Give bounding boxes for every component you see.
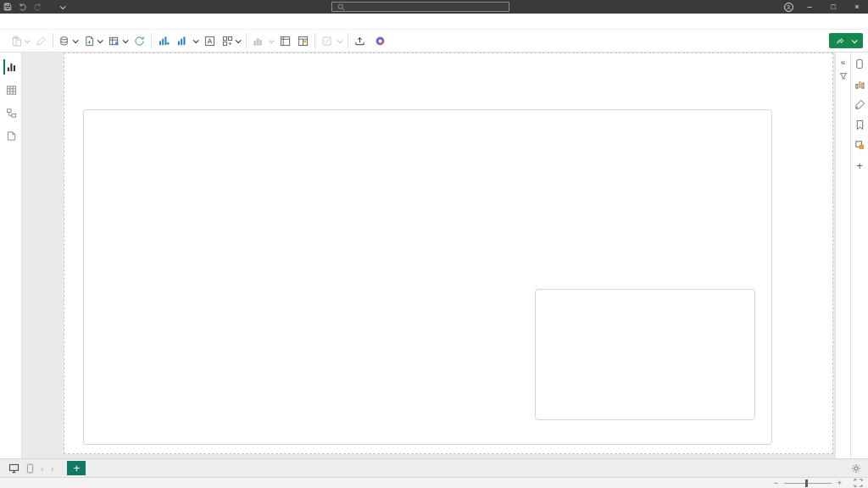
report-view-icon[interactable] [3,59,19,75]
zoom-out-button[interactable]: − [773,479,777,487]
save-icon[interactable] [3,3,12,11]
add-pane-icon[interactable]: + [854,159,866,172]
fit-to-page-icon[interactable] [854,479,863,487]
zoom-slider[interactable] [784,483,832,484]
view-switcher-rail [0,53,22,458]
minimize-button[interactable]: – [802,3,817,11]
quick-measure-button[interactable] [298,36,309,47]
refresh-button[interactable] [134,36,145,47]
business-unit-chart-card [535,289,755,420]
redo-icon[interactable] [33,3,42,11]
onelake-data-hub-button[interactable] [84,36,102,47]
table-view-icon[interactable] [3,82,19,97]
search-icon [337,3,345,11]
business-unit-chart-xaxis [585,402,731,413]
report-canvas [22,53,835,458]
document-title[interactable] [53,5,64,9]
text-box-button[interactable] [204,36,215,47]
mobile-layout-icon[interactable] [26,463,34,474]
title-bar: – □ × [0,0,868,14]
prev-page-icon[interactable]: ‹ [41,463,44,474]
selection-pane-icon[interactable] [854,139,866,152]
ribbon-toolbar [0,30,868,53]
filters-pane-collapsed: « [835,53,850,458]
model-view-icon[interactable] [3,105,19,120]
get-data-button[interactable] [59,36,77,47]
sensitivity-button[interactable] [321,36,342,47]
panes-rail: + [850,53,868,458]
more-visuals-button[interactable] [222,36,240,47]
format-painter-button[interactable] [36,36,47,47]
page-tab-bar: ‹ › + [0,458,868,477]
powerbi-desktop-window: – □ × [0,0,868,488]
report-page [64,53,833,454]
maximize-button[interactable]: □ [826,3,841,11]
dax-query-view-icon[interactable] [3,128,19,143]
format-pane-icon[interactable] [854,98,866,111]
zoom-slider-handle[interactable] [805,480,808,487]
undo-icon[interactable] [18,3,27,11]
status-bar: − + [0,477,868,488]
new-measure-button[interactable] [280,36,291,47]
close-button[interactable]: × [849,3,865,11]
expand-filters-icon[interactable]: « [841,58,846,67]
build-visual-icon[interactable] [854,78,866,91]
copilot-button[interactable] [375,36,388,47]
menu-bar [0,14,868,30]
next-page-icon[interactable]: › [51,463,54,474]
business-unit-chart-plot [585,315,731,397]
new-visual-button[interactable] [158,36,170,47]
filter-funnel-icon[interactable] [839,72,848,80]
search-input[interactable] [331,2,509,12]
publish-button[interactable] [354,36,368,47]
visual-gallery-button[interactable] [176,36,198,47]
transform-data-button[interactable] [108,36,127,47]
new-page-button[interactable]: + [67,461,86,475]
desktop-layout-icon[interactable] [8,463,19,474]
settings-gear-icon[interactable] [851,463,861,474]
title-chevron-down-icon [60,3,66,9]
new-visual-calculation-button[interactable] [253,36,273,47]
paste-button[interactable] [11,36,29,47]
account-avatar[interactable] [784,3,793,12]
zoom-in-button[interactable]: + [837,479,842,487]
bookmarks-icon[interactable] [854,119,866,131]
share-button[interactable] [829,33,863,48]
data-pane-icon[interactable] [854,58,866,70]
